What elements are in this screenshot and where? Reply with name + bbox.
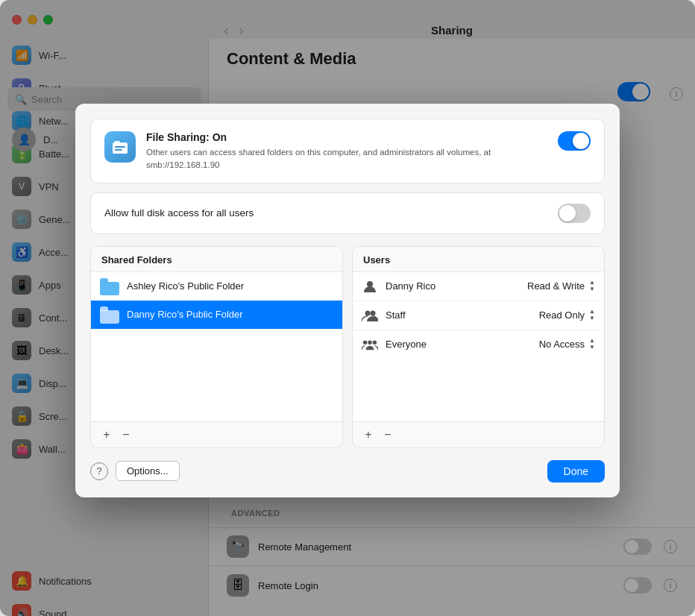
full-disk-access-row: Allow full disk access for all users bbox=[90, 192, 605, 234]
folder-icon-ashley bbox=[100, 278, 119, 295]
user-permission-stepper-danny[interactable]: ▲ ▼ bbox=[589, 280, 595, 292]
stepper-down-danny[interactable]: ▼ bbox=[589, 286, 595, 292]
shared-folder-label-danny: Danny Rico's Public Folder bbox=[127, 309, 243, 320]
svg-point-6 bbox=[363, 340, 368, 345]
file-sharing-text: File Sharing: On Other users can access … bbox=[146, 131, 519, 170]
users-list: Danny Rico Read & Write ▲ ▼ bbox=[353, 272, 604, 421]
user-permission-danny: Read & Write bbox=[527, 280, 585, 292]
sharing-dialog: File Sharing: On Other users can access … bbox=[75, 104, 620, 497]
stepper-down-everyone[interactable]: ▼ bbox=[589, 345, 595, 351]
shared-folders-list: Ashley Rico's Public Folder Danny Rico's… bbox=[91, 272, 342, 421]
svg-point-5 bbox=[371, 310, 376, 315]
panels-row: Shared Folders Ashley Rico's Public Fold… bbox=[90, 246, 605, 448]
stepper-down-staff[interactable]: ▼ bbox=[589, 315, 595, 321]
svg-point-3 bbox=[367, 281, 373, 287]
svg-rect-2 bbox=[114, 141, 120, 144]
file-sharing-description: Other users can access shared folders on… bbox=[146, 146, 519, 170]
shared-folders-header: Shared Folders bbox=[91, 247, 342, 272]
svg-point-4 bbox=[365, 310, 371, 315]
user-permission-staff: Read Only bbox=[539, 309, 585, 321]
modal-overlay: File Sharing: On Other users can access … bbox=[0, 0, 695, 616]
user-name-danny: Danny Rico bbox=[386, 280, 527, 292]
shared-folders-toolbar: + − bbox=[91, 421, 342, 447]
file-sharing-section: File Sharing: On Other users can access … bbox=[90, 119, 605, 183]
users-header: Users bbox=[353, 247, 604, 272]
footer-left: ? Options... bbox=[90, 461, 180, 481]
modal-footer: ? Options... Done bbox=[90, 460, 605, 483]
user-name-staff: Staff bbox=[386, 309, 539, 321]
full-disk-access-label: Allow full disk access for all users bbox=[104, 207, 254, 219]
stepper-up-staff[interactable]: ▲ bbox=[589, 309, 595, 315]
stepper-up-danny[interactable]: ▲ bbox=[589, 280, 595, 286]
shared-folder-item-danny[interactable]: Danny Rico's Public Folder bbox=[91, 301, 342, 329]
file-sharing-icon bbox=[104, 131, 136, 163]
users-add-btn[interactable]: + bbox=[360, 427, 377, 443]
user-permission-stepper-everyone[interactable]: ▲ ▼ bbox=[589, 338, 595, 351]
user-permission-stepper-staff[interactable]: ▲ ▼ bbox=[589, 309, 595, 321]
file-sharing-left: File Sharing: On Other users can access … bbox=[104, 131, 519, 170]
user-triple-icon bbox=[362, 336, 378, 353]
user-item-staff[interactable]: Staff Read Only ▲ ▼ bbox=[353, 301, 604, 330]
shared-folders-add-btn[interactable]: + bbox=[98, 427, 115, 443]
shared-folders-remove-btn[interactable]: − bbox=[118, 427, 134, 443]
help-button[interactable]: ? bbox=[90, 462, 108, 480]
shared-folder-item-ashley[interactable]: Ashley Rico's Public Folder bbox=[91, 272, 342, 301]
user-single-icon bbox=[362, 278, 378, 295]
shared-folder-label-ashley: Ashley Rico's Public Folder bbox=[127, 280, 244, 292]
svg-point-8 bbox=[373, 340, 377, 345]
user-permission-everyone: No Access bbox=[539, 339, 585, 350]
user-name-everyone: Everyone bbox=[386, 339, 539, 350]
folder-icon-danny bbox=[100, 307, 119, 323]
done-button[interactable]: Done bbox=[547, 460, 605, 483]
file-sharing-title: File Sharing: On bbox=[146, 131, 519, 143]
svg-point-7 bbox=[368, 340, 372, 345]
stepper-up-everyone[interactable]: ▲ bbox=[589, 338, 595, 344]
options-button[interactable]: Options... bbox=[116, 461, 180, 481]
user-item-danny[interactable]: Danny Rico Read & Write ▲ ▼ bbox=[353, 272, 604, 301]
shared-folders-panel: Shared Folders Ashley Rico's Public Fold… bbox=[90, 246, 343, 448]
users-toolbar: + − bbox=[353, 421, 604, 447]
user-item-everyone[interactable]: Everyone No Access ▲ ▼ bbox=[353, 330, 604, 359]
svg-rect-1 bbox=[113, 144, 128, 154]
file-sharing-toggle[interactable] bbox=[558, 131, 591, 151]
full-disk-access-toggle[interactable] bbox=[558, 204, 591, 223]
users-panel: Users Danny Rico Read & Write bbox=[352, 246, 605, 448]
users-remove-btn[interactable]: − bbox=[380, 427, 396, 443]
user-double-icon bbox=[362, 307, 378, 324]
